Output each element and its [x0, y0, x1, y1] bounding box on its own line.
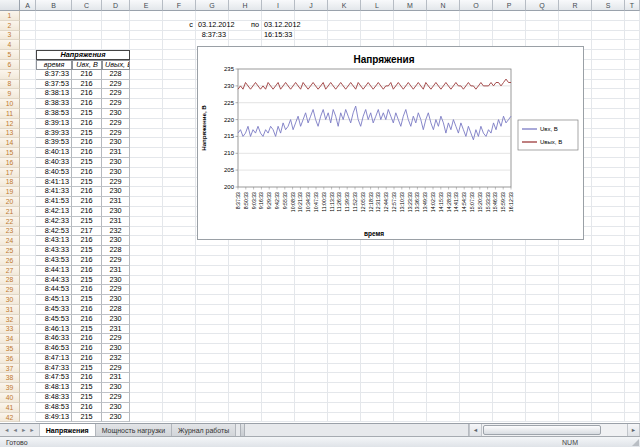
- cell-J32[interactable]: [295, 315, 328, 325]
- cell-D2[interactable]: [102, 21, 130, 31]
- cell-T26[interactable]: [625, 256, 640, 266]
- cell-N35[interactable]: [427, 344, 460, 354]
- cell-L25[interactable]: [361, 246, 394, 256]
- cell-C19[interactable]: 216: [72, 187, 102, 197]
- cell-C42[interactable]: 215: [72, 413, 102, 423]
- cell-S28[interactable]: [592, 276, 625, 286]
- cell-F30[interactable]: [163, 295, 196, 305]
- cell-T42[interactable]: [625, 413, 640, 423]
- cell-C13[interactable]: 215: [72, 129, 102, 139]
- cell-O42[interactable]: [460, 413, 493, 423]
- row-header-1[interactable]: 1: [0, 11, 20, 21]
- cell-B42[interactable]: 8:49:13: [36, 413, 72, 423]
- cell-R2[interactable]: [559, 21, 592, 31]
- cell-A39[interactable]: [20, 383, 36, 393]
- cell-C12[interactable]: 216: [72, 119, 102, 129]
- cell-S33[interactable]: [592, 325, 625, 335]
- cell-C24[interactable]: 216: [72, 236, 102, 246]
- cell-E6[interactable]: [130, 60, 163, 70]
- cell-B2[interactable]: [36, 21, 72, 31]
- cell-N34[interactable]: [427, 334, 460, 344]
- row-header-13[interactable]: 13: [0, 129, 20, 139]
- cell-G25[interactable]: [196, 246, 229, 256]
- cell-D6[interactable]: Uвых, В: [102, 60, 130, 70]
- cell-B22[interactable]: 8:42:33: [36, 217, 72, 227]
- cell-N31[interactable]: [427, 305, 460, 315]
- cell-M28[interactable]: [394, 276, 427, 286]
- cell-S36[interactable]: [592, 354, 625, 364]
- next-sheet-icon[interactable]: ►: [21, 427, 26, 433]
- cell-O38[interactable]: [460, 373, 493, 383]
- cell-B21[interactable]: 8:42:13: [36, 207, 72, 217]
- cell-I40[interactable]: [262, 393, 295, 403]
- row-header-8[interactable]: 8: [0, 80, 20, 90]
- cell-Q36[interactable]: [526, 354, 559, 364]
- cell-N29[interactable]: [427, 285, 460, 295]
- cell-H2[interactable]: по: [229, 21, 262, 31]
- cell-G3[interactable]: 8:37:33: [196, 31, 229, 41]
- cell-A4[interactable]: [20, 40, 36, 50]
- cell-O26[interactable]: [460, 256, 493, 266]
- cell-D31[interactable]: 228: [102, 305, 130, 315]
- row-header-6[interactable]: 6: [0, 60, 20, 70]
- cell-S8[interactable]: [592, 80, 625, 90]
- cell-C34[interactable]: 216: [72, 334, 102, 344]
- row-header-28[interactable]: 28: [0, 276, 20, 286]
- cell-F20[interactable]: [163, 197, 196, 207]
- cell-G32[interactable]: [196, 315, 229, 325]
- cell-E22[interactable]: [130, 217, 163, 227]
- cell-S38[interactable]: [592, 373, 625, 383]
- cell-F2[interactable]: с: [163, 21, 196, 31]
- cell-O25[interactable]: [460, 246, 493, 256]
- cell-A2[interactable]: [20, 21, 36, 31]
- cell-A6[interactable]: [20, 60, 36, 70]
- column-header-M[interactable]: M: [394, 0, 427, 11]
- cell-D4[interactable]: [102, 40, 130, 50]
- cell-D7[interactable]: 228: [102, 70, 130, 80]
- cell-C16[interactable]: 215: [72, 158, 102, 168]
- cell-A3[interactable]: [20, 31, 36, 41]
- cell-G39[interactable]: [196, 383, 229, 393]
- cell-T8[interactable]: [625, 80, 640, 90]
- cell-A36[interactable]: [20, 354, 36, 364]
- cell-Q32[interactable]: [526, 315, 559, 325]
- cell-C29[interactable]: 216: [72, 285, 102, 295]
- cell-C20[interactable]: 216: [72, 197, 102, 207]
- cell-D25[interactable]: 228: [102, 246, 130, 256]
- cell-M3[interactable]: [394, 31, 427, 41]
- cell-S7[interactable]: [592, 70, 625, 80]
- row-header-37[interactable]: 37: [0, 364, 20, 374]
- cell-K35[interactable]: [328, 344, 361, 354]
- cell-B30[interactable]: 8:45:13: [36, 295, 72, 305]
- cell-L42[interactable]: [361, 413, 394, 423]
- cell-D29[interactable]: 229: [102, 285, 130, 295]
- cell-D42[interactable]: 230: [102, 413, 130, 423]
- cell-K42[interactable]: [328, 413, 361, 423]
- cell-K2[interactable]: [328, 21, 361, 31]
- cell-E8[interactable]: [130, 80, 163, 90]
- cell-F7[interactable]: [163, 70, 196, 80]
- scrollbar-track[interactable]: [482, 424, 627, 436]
- cell-S2[interactable]: [592, 21, 625, 31]
- cell-J30[interactable]: [295, 295, 328, 305]
- cell-L40[interactable]: [361, 393, 394, 403]
- cell-A21[interactable]: [20, 207, 36, 217]
- cell-G38[interactable]: [196, 373, 229, 383]
- cell-D15[interactable]: 231: [102, 148, 130, 158]
- cell-D8[interactable]: 229: [102, 80, 130, 90]
- cell-A28[interactable]: [20, 276, 36, 286]
- cell-A8[interactable]: [20, 80, 36, 90]
- cell-I39[interactable]: [262, 383, 295, 393]
- table-title-cell[interactable]: Напряжения: [36, 50, 130, 60]
- cell-T35[interactable]: [625, 344, 640, 354]
- row-header-19[interactable]: 19: [0, 187, 20, 197]
- cell-P30[interactable]: [493, 295, 526, 305]
- cell-E24[interactable]: [130, 236, 163, 246]
- cell-B39[interactable]: 8:48:13: [36, 383, 72, 393]
- row-header-5[interactable]: 5: [0, 50, 20, 60]
- cell-L3[interactable]: [361, 31, 394, 41]
- cell-M32[interactable]: [394, 315, 427, 325]
- cell-E37[interactable]: [130, 364, 163, 374]
- cell-N3[interactable]: [427, 31, 460, 41]
- cell-R36[interactable]: [559, 354, 592, 364]
